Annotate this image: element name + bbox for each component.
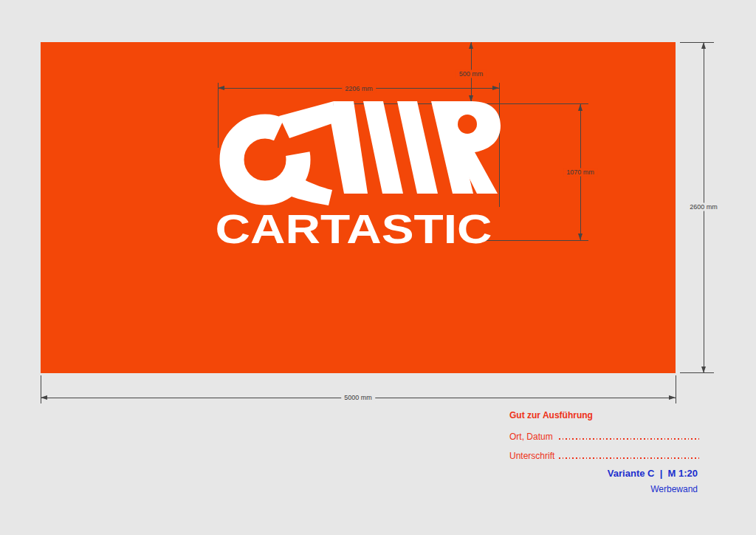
dim-label-top-offset: 500 mm bbox=[456, 70, 487, 78]
dim-extension-line bbox=[680, 372, 714, 373]
dim-arrow-left-icon bbox=[41, 395, 47, 400]
logo-c-top-tail bbox=[279, 101, 334, 138]
signature-dotted-line bbox=[559, 457, 699, 459]
dim-arrow-down-icon bbox=[701, 367, 706, 373]
signature-dotted-line bbox=[559, 438, 699, 440]
logo-r-counter bbox=[458, 115, 477, 134]
variant-title: Variante C | M 1:20 bbox=[509, 468, 698, 479]
logo-stripe-2 bbox=[397, 101, 438, 194]
dim-label-panel-width: 5000 mm bbox=[341, 394, 375, 402]
cartastic-logo: CARTASTIC bbox=[216, 101, 501, 246]
dim-arrow-down-icon bbox=[578, 234, 583, 240]
dim-extension-line bbox=[676, 375, 676, 403]
dim-label-logo-width: 2206 mm bbox=[342, 85, 376, 93]
logo-stripe-1 bbox=[363, 101, 403, 194]
dim-arrow-left-icon bbox=[218, 86, 224, 90]
dim-arrow-right-icon bbox=[669, 395, 676, 400]
dim-arrow-up-icon bbox=[469, 42, 473, 49]
dim-arrow-up-icon bbox=[701, 42, 706, 49]
dim-arrow-right-icon bbox=[492, 86, 499, 90]
variant-subtitle: Werbewand bbox=[509, 484, 698, 494]
approval-proof-page: { "document": { "background_color": "#E7… bbox=[0, 0, 756, 535]
logo-wordmark: CARTASTIC bbox=[216, 205, 492, 246]
approval-field-label: Unterschrift bbox=[509, 451, 554, 461]
logo-a-peak bbox=[331, 101, 368, 194]
approval-field-label: Ort, Datum bbox=[509, 432, 553, 442]
dim-arrow-up-icon bbox=[578, 104, 583, 111]
dim-label-logo-height: 1070 mm bbox=[563, 168, 597, 177]
approval-title: Gut zur Ausführung bbox=[509, 410, 593, 420]
dim-label-panel-height: 2600 mm bbox=[687, 203, 721, 211]
dim-extension-line bbox=[680, 42, 714, 43]
car-logo-mark bbox=[232, 101, 501, 205]
